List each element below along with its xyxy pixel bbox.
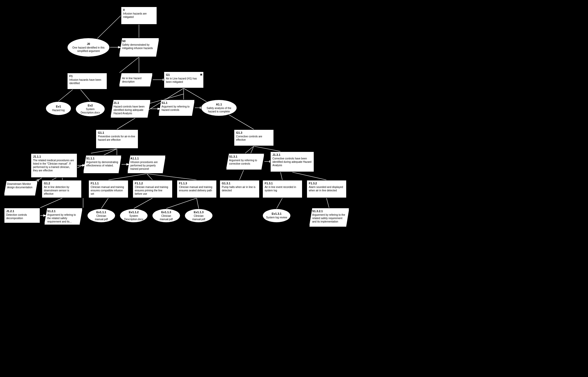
node-text: Clinician manual and training ensures pr… [135,185,170,196]
svg-line-8 [58,90,73,101]
node-F112[interactable]: F1.1.2 Clinician manual and training ens… [132,180,173,198]
node-id: F1.3.2 [309,182,344,185]
node-id: F1.1.2 [135,182,170,185]
node-id: Ev1 [56,105,61,108]
node-G13[interactable]: G1.3 Corrective controls are effective [234,129,274,146]
node-id: Ev1.3.1 [272,212,282,215]
node-G131[interactable]: G1.3.1 Pump halts when air in line is de… [219,180,260,198]
node-text: Detective controls decomposition [6,213,38,220]
node-text: Argument by demonstrating effectiveness … [86,160,118,167]
svg-line-45 [197,198,199,208]
node-id: Ev1.1.1 [96,211,106,214]
node-G11[interactable]: G1.1 Preventive controls for air-in-line… [96,129,138,149]
node-id: S1.1.1 [86,157,118,160]
node-text: Clinician manual.pdf [188,214,209,221]
node-text: Preventive controls for air-in-line haza… [98,135,136,142]
node-J11[interactable]: J1.1 Hazard controls have been identifie… [110,99,151,118]
node-F1[interactable]: F1 Infusion hazards have been identified [67,73,107,90]
node-text: Clinician manual.pdf [156,214,177,221]
node-Ev1[interactable]: Ev1 Hazard log [45,101,71,116]
node-id: F1.1.1 [91,182,126,185]
node-text: Pump halts when air in line is detected [222,185,257,192]
node-text: Safety analysis of the hazard is complet… [204,106,233,113]
node-id: G1.3 [236,131,272,134]
svg-line-46 [277,198,282,208]
node-id: Ev1.1.3 [161,211,171,214]
node-A11[interactable]: A1.1 Safety analysis of the hazard is co… [201,99,237,116]
node-F111[interactable]: F1.1.1 Clinician manual and training ens… [88,180,129,198]
node-G12[interactable]: G1.2 Air in line detection by downstream… [42,180,82,198]
node-S11[interactable]: S1.1 Argument by referring to hazard con… [158,99,195,116]
svg-line-9 [81,90,90,101]
node-S0[interactable]: S0 Safety demonstrated by mitigating inf… [119,38,159,57]
node-A111[interactable]: A1.1.1 Infusion procedures are performed… [127,155,166,174]
module-icon: ▣ [200,73,202,76]
node-Ev113a[interactable]: Ev1.1.3 Clinician manual.pdf [152,208,181,223]
node-id: G1 [166,73,202,76]
svg-line-47 [326,198,329,208]
node-J111[interactable]: J1.1.1 The related medical procedures ar… [31,153,77,178]
node-J131[interactable]: J1.3.1 Corrective controls have been ide… [270,151,314,172]
node-airline[interactable]: Air in line hazard description [119,73,153,87]
svg-line-37 [292,172,326,180]
node-text: Arguement by refering to the related saf… [312,213,346,223]
node-F113[interactable]: F1.1.3 Clinician manual and training ens… [177,180,217,198]
node-Ev113b[interactable]: Ev1.1.3 Clinician manual.pdf [184,208,213,223]
node-text: Clinician manual and training ensures se… [179,185,215,192]
node-text: Alarm sounded and displayed when air in … [309,185,344,192]
node-text: Infusion procedures are performed by pro… [130,160,163,171]
node-id: S1.2.1 [47,210,79,213]
node-id: F1.3.1 [265,182,300,185]
svg-line-32 [254,146,280,151]
svg-line-44 [166,198,197,208]
node-J121[interactable]: J1.2.1 Detective controls decomposition [4,208,40,223]
node-id: J1.2.1 [6,210,38,213]
node-text: Argument by referring to corrective cont… [229,159,261,165]
node-Ev131[interactable]: Ev1.3.1 System log review [262,208,291,223]
node-id: J1.1 [113,101,148,104]
node-id: Ev1.1.3 [194,211,204,214]
node-S1321[interactable]: S1.3.2.1 Arguement by refering to the re… [309,208,349,227]
node-id: S1.1 [162,101,192,104]
node-text: One hazard identified in this simplified… [71,46,106,53]
node-Ev111[interactable]: Ev1.1.1 Clinician manual.pdf [87,208,116,223]
node-text: Downstream Monitor design documentation [7,182,35,189]
svg-line-18 [91,149,117,153]
node-id: F1.1.3 [179,182,215,185]
node-text: Air in line detection by downstream sens… [44,185,79,196]
node-text: System Description.docx [79,107,102,114]
node-text: Safety demonstrated by mitigating infusi… [122,43,156,50]
node-text: Air in line event recorded in system log [265,185,300,192]
node-S121[interactable]: S1.2.1 Arguement by refering to the rela… [44,208,83,225]
node-id: Ev2 [88,104,93,107]
node-G0[interactable]: 0 Infusion hazards are mitigated [121,6,157,25]
node-id: S0 [122,39,156,43]
node-J0[interactable]: J0 One hazard identified in this simplif… [67,38,110,57]
node-S131[interactable]: S1.3.1 Argument by referring to correcti… [226,153,264,170]
node-text: Infusion hazards are mitigated [123,12,155,19]
svg-line-36 [280,172,282,180]
node-text: Corrective controls have been identified… [272,157,312,167]
node-G1[interactable]: ▣ G1 Air in Line hazard (H1) has been mi… [164,71,204,88]
node-downstream[interactable]: Downstream Monitor design documentation [4,180,38,196]
node-id: 0 [123,8,155,11]
node-text: Clinician manual and training ensures co… [91,185,126,196]
node-S111[interactable]: S1.1.1 Argument by demonstrating effecti… [83,155,122,174]
node-id: S1.3.1 [229,155,261,158]
node-Ev112[interactable]: Ev1.1.2 System Description.docx [119,208,148,223]
node-text: Hazard log [52,109,65,112]
node-id: A1.1.1 [130,157,163,160]
svg-line-40 [40,198,62,208]
node-id: G1.3.1 [222,182,257,185]
svg-line-43 [134,198,152,208]
node-id: A1.1 [216,103,222,106]
svg-line-30 [147,174,197,180]
node-id: Ev1.1.2 [129,211,139,214]
node-Ev2[interactable]: Ev2 System Description.docx [75,101,105,117]
node-F132[interactable]: F1.3.2 Alarm sounded and displayed when … [306,180,347,198]
diagram-canvas: 0 Infusion hazards are mitigated J0 One … [0,0,588,377]
node-id: J1.1.1 [33,155,75,158]
svg-line-42 [101,198,108,208]
node-F131[interactable]: F1.3.1 Air in line event recorded in sys… [262,180,303,198]
node-text: System log review [266,216,287,219]
